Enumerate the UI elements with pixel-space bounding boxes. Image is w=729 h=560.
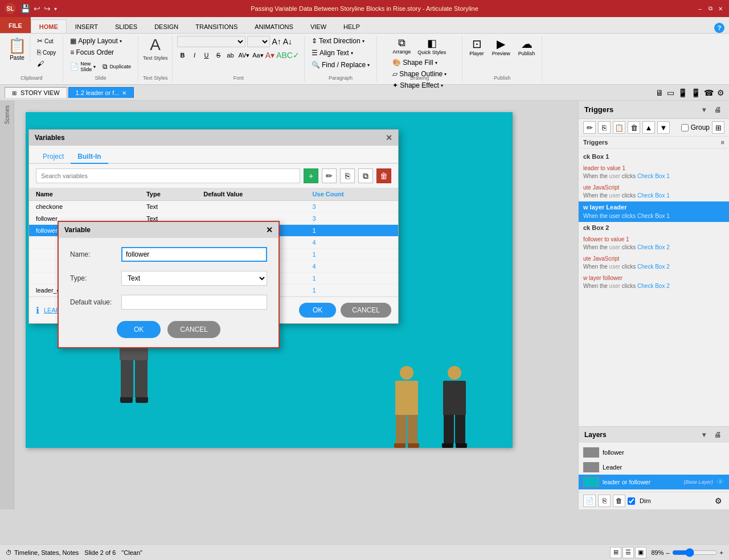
focus-order-button[interactable]: ≡ Focus Order (68, 47, 116, 57)
tab-transitions[interactable]: TRANSITIONS (187, 19, 246, 33)
help-icon[interactable]: ? (714, 23, 724, 33)
tab-view[interactable]: VIEW (302, 19, 335, 33)
notes-view-btn[interactable]: ☰ (622, 547, 634, 558)
list-item[interactable]: ute JavaScript When the user clicks Chec… (579, 253, 729, 273)
font-color-icon[interactable]: A▾ (265, 51, 275, 60)
text-direction-button[interactable]: ⇕ Text Direction ▾ (309, 36, 367, 46)
undo-icon[interactable]: ↩ (34, 4, 40, 13)
story-view-tab[interactable]: ⊞ STORY VIEW (5, 87, 67, 98)
apply-layout-button[interactable]: ▦ Apply Layout ▾ (68, 36, 124, 46)
variables-dialog-close[interactable]: ✕ (386, 133, 392, 142)
variables-ok-button[interactable]: OK (299, 303, 336, 318)
trigger-grid-btn[interactable]: ⊞ (712, 121, 724, 134)
variables-search-input[interactable] (36, 168, 300, 183)
tablet-icon[interactable]: 📱 (678, 88, 687, 97)
tablet-view-btn[interactable]: ▣ (635, 547, 646, 558)
monitor-icon[interactable]: 🖥 (656, 88, 664, 97)
copy-variable-button[interactable]: ⎘ (340, 168, 355, 183)
eye-icon[interactable]: 👁 (716, 477, 724, 487)
zoom-slider[interactable] (672, 548, 718, 557)
close-btn[interactable]: ✕ (716, 5, 724, 13)
list-item[interactable]: leader to value 1 When the user clicks C… (579, 163, 729, 182)
phone-icon[interactable]: 📱 (691, 88, 701, 97)
change-case-icon[interactable]: Aa▾ (252, 52, 263, 59)
layers-expand-btn[interactable]: 🖨 (712, 429, 723, 440)
publish-button[interactable]: ☁ Publish (516, 36, 538, 57)
layers-collapse-btn[interactable]: ▾ (698, 429, 710, 440)
tab-insert[interactable]: INSERT (67, 19, 107, 33)
quick-styles-button[interactable]: ◧ Quick Styles (415, 36, 448, 56)
increase-font-icon[interactable]: A↑ (272, 37, 281, 46)
layer-settings-btn[interactable]: ⚙ (712, 495, 724, 507)
triggers-expand-btn[interactable]: 🖨 (712, 104, 723, 116)
minimize-btn[interactable]: – (696, 5, 704, 13)
timeline-button[interactable]: ⏱ Timeline, States, Notes (6, 549, 79, 556)
tab-design[interactable]: DESIGN (146, 19, 187, 33)
paste-button[interactable]: 📋 Paste (5, 36, 30, 62)
underline-button[interactable]: U (201, 50, 211, 60)
zoom-minus-icon[interactable]: – (666, 549, 669, 556)
align-text-button[interactable]: ☰ Align Text ▾ (309, 48, 355, 58)
shadow-button[interactable]: ab (225, 50, 235, 60)
layer-item-base[interactable]: leader or follower (Base Layer) 👁 (579, 475, 729, 489)
list-item[interactable]: w layer follower When the user clicks Ch… (579, 273, 729, 292)
format-painter-button[interactable]: 🖌 (35, 59, 58, 69)
triggers-collapse-icon[interactable]: ≡ (721, 139, 724, 146)
slide-tab-close[interactable]: ✕ (122, 90, 126, 96)
variable-default-input[interactable] (121, 295, 267, 310)
list-item-selected[interactable]: w layer Leader When the user clicks Chec… (579, 201, 729, 221)
character-spacing-icon[interactable]: AV▾ (238, 52, 249, 59)
delete-variable-button[interactable]: 🗑 (376, 168, 391, 183)
variables-cancel-button[interactable]: CANCEL (341, 303, 391, 318)
layer-item-follower[interactable]: follower (579, 445, 729, 460)
arrange-button[interactable]: ⧉ Arrange (390, 36, 413, 56)
edit-variable-button[interactable]: ✏ (322, 168, 337, 183)
bold-button[interactable]: B (177, 50, 187, 60)
cut-button[interactable]: ✂ Cut (35, 36, 58, 46)
spell-check-icon[interactable]: ABC✓ (276, 51, 300, 60)
add-variable-button[interactable]: + (304, 168, 318, 183)
layer-item-leader[interactable]: Leader (579, 460, 729, 475)
triggers-collapse-btn[interactable]: ▾ (698, 104, 710, 116)
trigger-move-up-btn[interactable]: ▲ (642, 121, 655, 134)
zoom-plus-icon[interactable]: + (720, 549, 723, 556)
layer-copy-btn[interactable]: ⎘ (598, 495, 611, 507)
variable-edit-ok-button[interactable]: OK (117, 321, 161, 338)
find-replace-button[interactable]: 🔍 Find / Replace ▾ (309, 60, 372, 70)
list-item[interactable]: follower to value 1 When the user clicks… (579, 234, 729, 253)
preview-button[interactable]: ▶ Preview (490, 36, 513, 57)
variable-edit-close[interactable]: ✕ (266, 225, 273, 234)
shape-effect-button[interactable]: ✦ Shape Effect ▾ (390, 80, 445, 90)
layer-add-btn[interactable]: 📄 (583, 495, 596, 507)
settings-icon[interactable]: ⚙ (717, 88, 724, 97)
trigger-delete-btn[interactable]: 🗑 (628, 121, 640, 134)
tab-project[interactable]: Project (36, 150, 71, 163)
variable-name-input[interactable] (121, 247, 267, 262)
font-size-select[interactable] (247, 36, 270, 47)
tab-slides[interactable]: SLIDES (107, 19, 146, 33)
strikethrough-button[interactable]: S (213, 50, 223, 60)
window-icon[interactable]: ▭ (667, 88, 674, 97)
decrease-font-icon[interactable]: A↓ (283, 37, 292, 46)
dim-checkbox[interactable] (628, 497, 635, 505)
tab-help[interactable]: HELP (335, 19, 368, 33)
trigger-copy-btn[interactable]: ⎘ (598, 121, 611, 134)
save-icon[interactable]: 💾 (21, 4, 30, 13)
trigger-move-down-btn[interactable]: ▼ (657, 121, 670, 134)
new-slide-button[interactable]: 📄 NewSlide ▾ (68, 60, 98, 73)
shape-fill-button[interactable]: 🎨 Shape Fill ▾ (390, 57, 439, 68)
player-button[interactable]: ⊡ Player (467, 36, 486, 57)
list-item[interactable]: ute JavaScript When the user clicks Chec… (579, 182, 729, 201)
tab-animations[interactable]: ANIMATIONS (246, 19, 302, 33)
restore-btn[interactable]: ⧉ (706, 5, 714, 13)
table-row[interactable]: checkone Text 3 (29, 201, 398, 213)
dropdown-icon[interactable]: ▾ (54, 6, 57, 12)
tab-builtin[interactable]: Built-In (71, 150, 108, 164)
italic-button[interactable]: I (189, 50, 199, 60)
layer-delete-btn[interactable]: 🗑 (613, 495, 625, 507)
group-checkbox[interactable] (681, 124, 689, 131)
variable-edit-cancel-button[interactable]: CANCEL (167, 321, 220, 338)
font-family-select[interactable] (177, 36, 245, 47)
duplicate-button[interactable]: ⧉ Duplicate (100, 60, 133, 73)
copy-button[interactable]: ⎘ Copy (35, 47, 58, 57)
